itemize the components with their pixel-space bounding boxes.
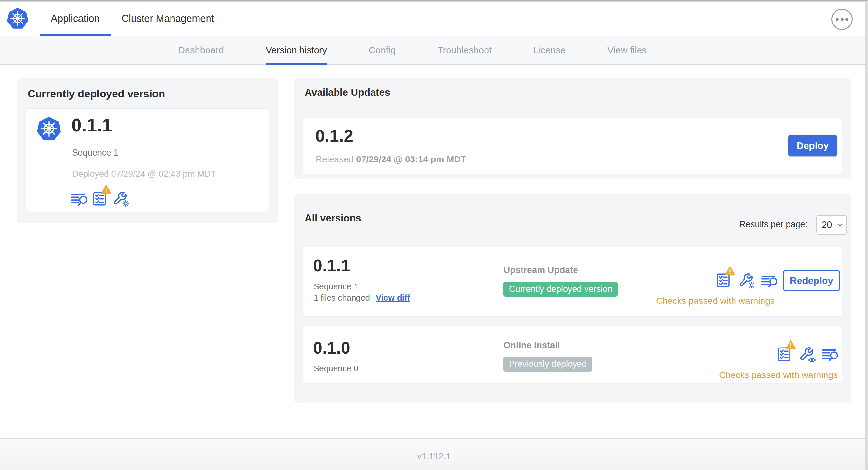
tab-application[interactable]: Application [40,2,111,36]
warning-icon [725,266,735,275]
status-badge: Currently deployed version [503,281,618,297]
gear-icon [122,200,129,207]
row-files-changed: 1 files changed View diff [314,293,410,303]
checks-status: Checks passed with warnings [656,296,775,306]
subnav-dashboard[interactable]: Dashboard [178,36,224,64]
row-action-icons [777,340,838,362]
available-updates-card: Available Updates 0.1.2 Released 07/29/2… [294,78,851,179]
console-version: v1.112.1 [417,451,451,462]
app-footer: v1.112.1 [0,438,868,470]
preflight-checks-icon[interactable] [716,271,731,288]
checks-status: Checks passed with warnings [719,370,838,380]
current-version-actions [71,184,128,206]
currently-deployed-card: Currently deployed version 0.1.1 Sequenc… [17,78,278,224]
version-row-0-1-1: 0.1.1 Sequence 1 1 files changed View di… [303,246,842,316]
eye-icon [808,358,816,363]
results-per-page-label: Results per page: [739,220,808,230]
row-sequence: Sequence 1 [314,281,359,292]
preflight-checks-icon[interactable] [92,189,107,206]
gear-icon [748,281,755,289]
kubernetes-logo-icon [7,8,28,29]
subnav-troubleshoot[interactable]: Troubleshoot [438,36,492,64]
warning-icon [786,340,796,349]
window-top-edge [0,0,868,2]
view-diff-link[interactable]: View diff [376,293,410,303]
available-update-row: 0.1.2 Released 07/29/24 @ 03:14 pm MDT D… [303,118,842,174]
row-version-number: 0.1.0 [313,338,350,358]
logs-icon[interactable] [822,348,838,362]
tab-cluster-management-label: Cluster Management [122,13,214,25]
edit-config-icon[interactable] [113,191,128,206]
current-version-number: 0.1.1 [71,114,112,136]
status-badge: Previously deployed [503,357,592,372]
edit-config-icon[interactable] [738,273,754,288]
app-subnav: Dashboard Version history Config Trouble… [0,36,868,65]
header-tabs: Application Cluster Management [40,2,225,36]
subnav-config[interactable]: Config [369,36,396,64]
app-header: Application Cluster Management [0,2,868,36]
logs-icon[interactable] [761,274,777,288]
current-version-deployed-at: Deployed 07/29/24 @ 02:43 pm MDT [72,169,216,179]
all-versions-card: All versions Results per page: 20 0.1.1 … [294,194,851,403]
available-updates-title: Available Updates [305,87,390,98]
chevron-down-icon [837,224,843,227]
row-sequence: Sequence 0 [314,364,359,374]
row-source: Online Install [503,340,560,350]
version-row-0-1-0: 0.1.0 Sequence 0 Online Install Previous… [303,326,842,383]
subnav-version-history[interactable]: Version history [266,36,327,64]
row-source: Upstream Update [503,265,578,275]
warning-icon [101,184,111,194]
deploy-button[interactable]: Deploy [788,135,837,156]
subnav-license[interactable]: License [533,36,566,64]
all-versions-title: All versions [305,212,361,224]
results-per-page-select[interactable]: 20 [816,215,847,235]
more-menu-button[interactable] [831,9,852,30]
preflight-checks-icon[interactable] [777,345,792,362]
tab-application-label: Application [51,13,100,25]
view-config-icon[interactable] [799,346,815,362]
currently-deployed-version-box: 0.1.1 Sequence 1 Deployed 07/29/24 @ 02:… [26,108,269,212]
update-released-at: Released 07/29/24 @ 03:14 pm MDT [316,154,466,165]
row-version-number: 0.1.1 [313,256,350,275]
kubernetes-app-icon [37,117,61,141]
current-version-sequence: Sequence 1 [72,148,118,158]
update-version-number: 0.1.2 [315,126,353,146]
ellipsis-icon [836,18,839,21]
subnav-view-files[interactable]: View files [608,36,647,64]
row-action-icons [716,266,777,288]
tab-cluster-management[interactable]: Cluster Management [111,2,225,36]
logs-icon[interactable] [71,193,87,206]
window-right-edge [865,0,868,470]
currently-deployed-title: Currently deployed version [28,88,165,100]
redeploy-button[interactable]: Redeploy [783,270,840,291]
